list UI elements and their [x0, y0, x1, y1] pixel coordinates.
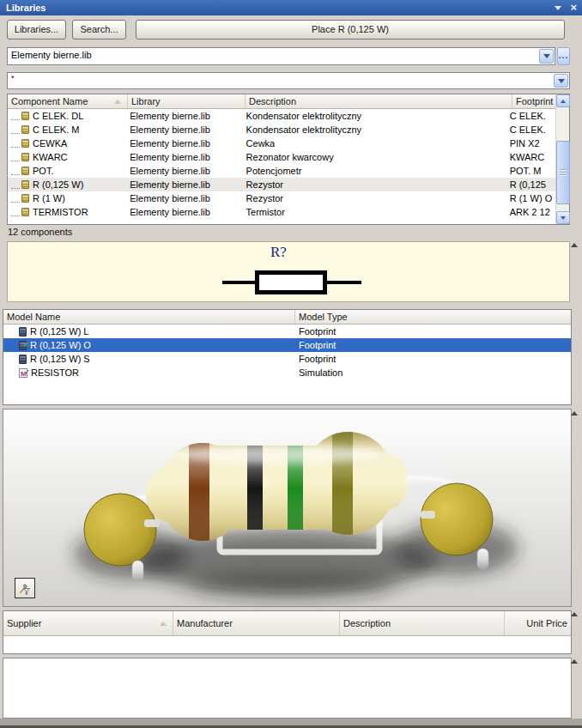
- place-component-button[interactable]: Place R (0,125 W): [136, 20, 565, 39]
- filter-input[interactable]: *: [7, 72, 570, 89]
- browse-libraries-button[interactable]: ...: [557, 47, 570, 65]
- models-table-header: Model Name Model Type: [3, 310, 571, 325]
- tree-line: [11, 154, 20, 161]
- components-list: C ELEK. DLElementy bierne.libKondensator…: [8, 109, 555, 224]
- tree-line: [11, 209, 20, 216]
- tree-line: [11, 112, 20, 120]
- hammer-funnel-icon: [18, 581, 32, 595]
- tree-line: [11, 167, 20, 175]
- model-row[interactable]: RESISTORSimulation: [3, 366, 571, 379]
- suppliers-table: Supplier Manufacturer Description Unit P…: [3, 610, 572, 654]
- collapse-section-icon[interactable]: [571, 659, 578, 664]
- library-select-value: Elementy bierne.lib: [11, 50, 92, 60]
- column-header-model-type[interactable]: Model Type: [295, 310, 571, 324]
- simulation-icon: [19, 368, 27, 378]
- libraries-button[interactable]: Libraries...: [7, 20, 66, 39]
- chevron-down-icon: [558, 79, 565, 83]
- model-row[interactable]: R (0,125 W) OFootprint: [3, 338, 571, 352]
- model-row[interactable]: R (0,125 W) LFootprint: [3, 325, 571, 338]
- footprint-icon: [19, 327, 27, 337]
- titlebar[interactable]: Libraries ×: [0, 0, 582, 15]
- arrow-down-icon: [561, 216, 566, 220]
- column-header-component-name[interactable]: Component Name: [8, 94, 128, 108]
- component-row[interactable]: C ELEK. DLElementy bierne.libKondensator…: [8, 109, 555, 123]
- component-icon: [21, 112, 29, 120]
- arrow-up-icon: [561, 100, 566, 103]
- component-icon: [21, 208, 29, 216]
- supplier-details-panel: [3, 658, 572, 719]
- scrollbar-thumb[interactable]: [556, 141, 570, 204]
- sort-ascending-icon: [160, 622, 167, 626]
- collapse-section-icon[interactable]: [571, 411, 578, 416]
- component-icon: [21, 153, 29, 161]
- scrollbar-grip-icon: [560, 169, 567, 176]
- component-count-status: 12 components: [8, 227, 72, 237]
- tree-line: [11, 195, 20, 203]
- resistor-symbol-body: [255, 270, 327, 294]
- sort-ascending-icon: [114, 100, 121, 104]
- panel-menu-icon[interactable]: [555, 6, 561, 10]
- symbol-preview[interactable]: R?: [7, 241, 570, 302]
- component-row[interactable]: POT.Elementy bierne.libPotencjometrPOT. …: [8, 164, 555, 178]
- footprint-3d-view[interactable]: [3, 409, 572, 607]
- resistor-symbol-lead-right: [327, 281, 361, 284]
- component-row[interactable]: KWARCElementy bierne.libRezonator kwarco…: [8, 150, 555, 164]
- component-icon: [21, 167, 29, 175]
- collapse-section-icon[interactable]: [571, 243, 578, 247]
- symbol-designator: R?: [270, 244, 287, 261]
- models-table: Model Name Model Type R (0,125 W) LFootp…: [3, 309, 572, 405]
- column-header-description[interactable]: Description: [340, 611, 505, 635]
- model-row[interactable]: R (0,125 W) SFootprint: [3, 352, 571, 366]
- column-header-supplier[interactable]: Supplier: [3, 611, 173, 635]
- component-row[interactable]: TERMISTORElementy bierne.libTermistorARK…: [8, 205, 555, 219]
- column-header-unit-price[interactable]: Unit Price: [505, 611, 571, 635]
- component-row[interactable]: C ELEK. MElementy bierne.libKondensator …: [8, 123, 555, 136]
- component-row[interactable]: R (1 W)Elementy bierne.libRezystorR (1 W…: [8, 191, 555, 205]
- filter-value: *: [11, 74, 15, 82]
- column-header-manufacturer[interactable]: Manufacturer: [173, 611, 340, 635]
- tree-line: [11, 181, 20, 189]
- footprint-icon: [19, 355, 27, 364]
- component-icon: [21, 180, 29, 189]
- filter-dropdown[interactable]: [554, 74, 568, 88]
- scroll-down-button[interactable]: [556, 211, 570, 224]
- component-row[interactable]: R (0,125 W)Elementy bierne.libRezystorR …: [8, 178, 555, 191]
- resistor-symbol-lead-left: [222, 281, 255, 284]
- library-select[interactable]: Elementy bierne.lib: [7, 47, 555, 65]
- collapse-section-icon[interactable]: [571, 612, 578, 616]
- library-select-dropdown[interactable]: [539, 49, 554, 64]
- chevron-down-icon: [543, 54, 550, 58]
- footprint-icon: [19, 341, 27, 350]
- libraries-panel: Libraries × Libraries... Search... Place…: [0, 0, 582, 728]
- components-table-header: Component Name Library Description Footp…: [8, 94, 569, 109]
- panel-title: Libraries: [6, 3, 45, 13]
- view-configuration-button[interactable]: [15, 578, 35, 598]
- models-list: R (0,125 W) LFootprintR (0,125 W) OFootp…: [3, 325, 571, 404]
- tree-line: [11, 140, 20, 148]
- search-button[interactable]: Search...: [72, 20, 126, 39]
- column-header-model-name[interactable]: Model Name: [3, 310, 295, 324]
- close-icon[interactable]: ×: [570, 0, 577, 15]
- components-scrollbar[interactable]: [555, 94, 569, 224]
- suppliers-table-header: Supplier Manufacturer Description Unit P…: [3, 611, 571, 636]
- panel-resize-edge[interactable]: [0, 719, 582, 728]
- component-icon: [21, 139, 29, 148]
- tree-line: [11, 126, 20, 134]
- scroll-up-button[interactable]: [556, 94, 570, 107]
- column-header-library[interactable]: Library: [128, 94, 246, 108]
- component-icon: [21, 194, 29, 203]
- components-table: Component Name Library Description Footp…: [7, 94, 570, 225]
- component-icon: [21, 125, 29, 134]
- resistor-3d-render: [3, 410, 571, 606]
- component-row[interactable]: CEWKAElementy bierne.libCewkaPIN X2: [8, 136, 555, 150]
- column-header-description[interactable]: Description: [246, 94, 512, 108]
